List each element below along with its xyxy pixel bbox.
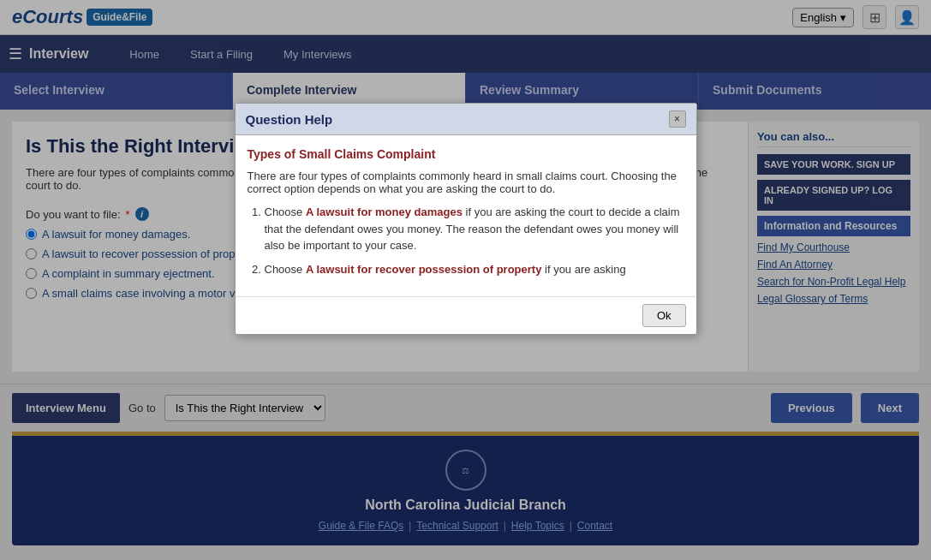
modal-footer: Ok	[236, 296, 696, 334]
modal-close-button[interactable]: ×	[669, 110, 686, 128]
modal-list-item-1: Choose A lawsuit for money damages if yo…	[265, 204, 684, 254]
modal-body: Types of Small Claims Complaint There ar…	[236, 135, 696, 296]
modal-ok-button[interactable]: Ok	[642, 304, 686, 327]
modal-title: Question Help	[246, 112, 333, 127]
modal-body-title: Types of Small Claims Complaint	[248, 147, 684, 161]
modal-header: Question Help ×	[236, 104, 696, 135]
modal-dialog: Question Help × Types of Small Claims Co…	[235, 103, 697, 335]
modal-list-item-2: Choose A lawsuit for recover possession …	[265, 261, 684, 278]
modal-overlay[interactable]: Question Help × Types of Small Claims Co…	[0, 0, 931, 557]
modal-list: Choose A lawsuit for money damages if yo…	[248, 204, 684, 277]
modal-intro: There are four types of complaints commo…	[248, 170, 684, 195]
